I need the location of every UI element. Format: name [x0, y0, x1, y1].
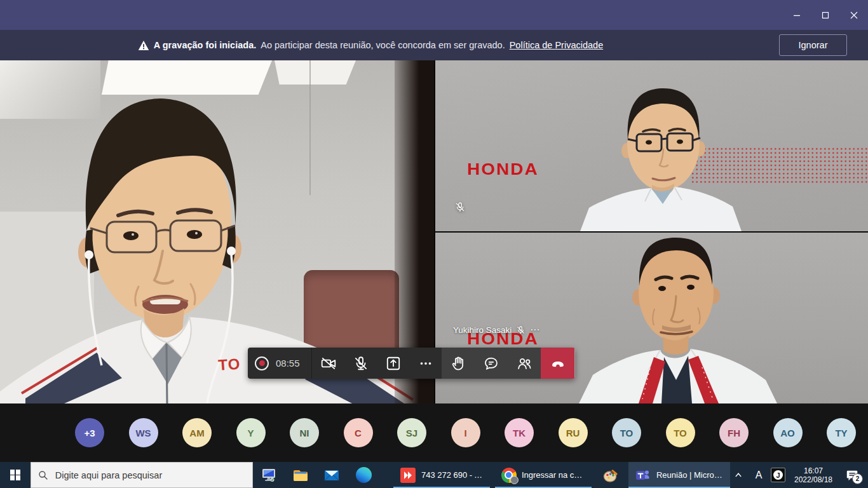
window-titlebar	[0, 0, 868, 30]
ignore-button[interactable]: Ignorar	[779, 34, 847, 56]
taskbar-app-chrome[interactable]: Ingressar na conver...	[495, 462, 592, 488]
participant-avatar[interactable]: TK	[505, 418, 534, 447]
more-options-button[interactable]	[409, 348, 442, 379]
avatar-initials: TY	[835, 428, 847, 438]
mail-icon	[323, 467, 340, 484]
tile-more-options[interactable]: ⋯	[530, 324, 540, 336]
avatar-initials: RU	[566, 428, 580, 438]
participant-avatar[interactable]: TO	[612, 418, 641, 447]
participant-avatar[interactable]: Y	[236, 418, 266, 447]
ime-mode-indicator[interactable]: J	[771, 462, 785, 488]
warning-icon	[138, 40, 149, 51]
edge-icon	[356, 467, 372, 483]
jacket-logo-text: TO	[217, 355, 241, 374]
banner-text: Ao participar desta reunião, você concor…	[261, 40, 505, 50]
participant-avatar[interactable]: AO	[773, 418, 803, 447]
participant-avatar[interactable]: FH	[719, 418, 749, 447]
share-screen-icon	[385, 355, 402, 372]
teams-label: Reunião | Microsoft...	[656, 470, 724, 480]
video-stage: TO HONDA	[0, 60, 868, 403]
anydesk-icon	[400, 467, 416, 484]
avatar-initials: I	[464, 428, 466, 438]
avatar-initials: WS	[135, 428, 151, 438]
this-pc-icon[interactable]	[253, 462, 285, 488]
camera-off-button[interactable]	[312, 348, 344, 379]
taskbar-app-anydesk[interactable]: 743 272 690 - AnyD...	[393, 462, 490, 488]
avatar-initials: +3	[84, 428, 95, 438]
muted-mic-icon	[454, 201, 466, 213]
taskbar-clock[interactable]: 16:07 2022/08/18	[789, 466, 837, 484]
participant-avatar[interactable]: WS	[129, 418, 158, 447]
participant-avatar[interactable]: C	[344, 418, 373, 447]
edge-browser-icon[interactable]	[348, 462, 379, 488]
file-explorer-icon[interactable]	[285, 462, 316, 488]
clock-time: 16:07	[789, 466, 837, 475]
start-button[interactable]	[0, 462, 31, 488]
chrome-icon	[501, 468, 517, 483]
participant-video-man-top	[435, 60, 868, 231]
avatar-initials: C	[355, 428, 362, 438]
system-tray: A J 16:07 2022/08/18 2	[730, 462, 868, 488]
participant-avatar[interactable]: RU	[559, 418, 588, 447]
chat-icon	[483, 355, 499, 372]
ime-mode-letter: J	[773, 470, 783, 480]
participant-avatar[interactable]: AM	[182, 418, 212, 447]
search-input[interactable]	[54, 470, 246, 481]
chat-button[interactable]	[475, 348, 508, 379]
clock-date: 2022/08/18	[789, 475, 837, 484]
more-options-icon	[417, 355, 434, 372]
participant-name: Yukihiro Sasaki	[453, 325, 512, 335]
avatar-initials: TO	[620, 428, 634, 438]
avatar-initials: FH	[728, 428, 740, 438]
participant-avatar[interactable]: NI	[290, 418, 319, 447]
participants-button[interactable]	[508, 348, 541, 379]
chrome-label: Ingressar na conver...	[522, 470, 585, 480]
hang-up-button[interactable]	[541, 348, 574, 379]
minimize-icon	[793, 11, 801, 19]
computer-icon	[261, 467, 277, 484]
participant-avatar[interactable]: TO	[666, 418, 695, 447]
avatar-initials: AO	[780, 428, 795, 438]
close-button[interactable]	[839, 0, 868, 30]
avatar-initials: SJ	[406, 428, 417, 438]
share-screen-button[interactable]	[377, 348, 409, 379]
recording-banner: A gravação foi iniciada. Ao participar d…	[0, 30, 868, 60]
participant-name-label: Yukihiro Sasaki ⋯	[453, 324, 540, 336]
call-timer: 08:55	[276, 348, 311, 379]
participant-avatar[interactable]: SJ	[397, 418, 426, 447]
taskbar-app-teams[interactable]: Reunião | Microsoft...	[628, 462, 730, 488]
windows-taskbar: 743 272 690 - AnyD... Ingressar na conve…	[0, 462, 868, 488]
paint-icon	[602, 467, 619, 484]
participant-avatar[interactable]: +3	[75, 418, 104, 447]
participant-avatar[interactable]: I	[451, 418, 480, 447]
folder-icon	[292, 467, 309, 484]
teams-icon	[635, 467, 651, 484]
close-icon	[850, 11, 858, 19]
ime-icon: J	[771, 468, 785, 482]
participants-icon	[516, 355, 532, 372]
raise-hand-icon	[450, 355, 466, 372]
action-center-button[interactable]: 2	[841, 462, 863, 488]
participant-strip: +3WSAMYNICSJITKRUTOTOFHAOTY	[0, 403, 868, 462]
raise-hand-button[interactable]	[442, 348, 475, 379]
hang-up-icon	[550, 355, 566, 372]
taskbar-app-paint[interactable]	[597, 462, 625, 488]
toolbar-left-group: 08:55	[248, 348, 442, 379]
avatar-initials: NI	[300, 428, 309, 438]
video-tile-top-right[interactable]: HONDA	[435, 60, 868, 231]
recording-indicator	[248, 348, 276, 379]
minimize-button[interactable]	[782, 0, 811, 30]
avatar-initials: Y	[247, 428, 254, 438]
privacy-policy-link[interactable]: Política de Privacidade	[510, 40, 604, 50]
windows-logo-icon	[10, 470, 21, 480]
participant-avatar[interactable]: TY	[827, 418, 856, 447]
mic-off-icon	[353, 355, 369, 372]
taskbar-search[interactable]	[31, 462, 253, 488]
notification-count-badge: 2	[852, 473, 863, 484]
mail-app-icon[interactable]	[316, 462, 348, 488]
maximize-button[interactable]	[811, 0, 839, 30]
show-hidden-icons-button[interactable]	[730, 462, 747, 488]
mic-off-button[interactable]	[344, 348, 377, 379]
avatar-initials: AM	[189, 428, 204, 438]
ime-language-indicator[interactable]: A	[750, 462, 767, 488]
